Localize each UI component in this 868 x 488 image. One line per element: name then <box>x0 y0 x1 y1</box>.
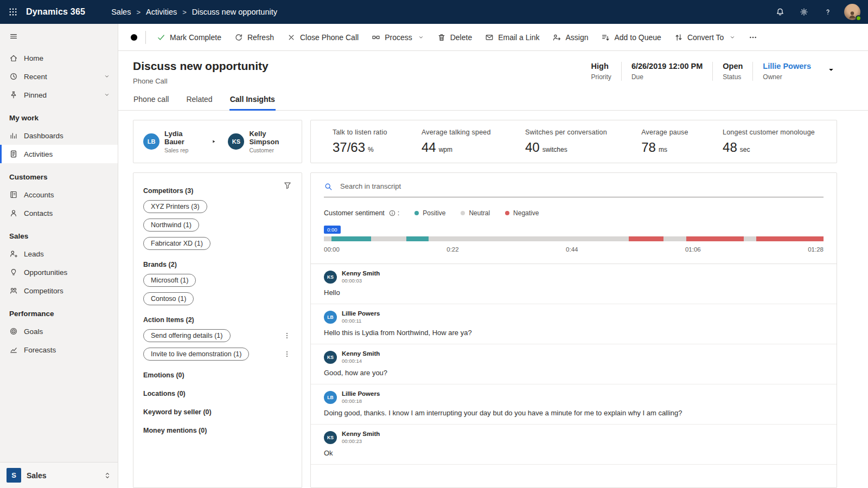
status-field: Open Status <box>712 62 752 81</box>
timeline-tick: 0:44 <box>566 246 578 253</box>
breadcrumb-separator: > <box>182 8 187 16</box>
process-flow-icon[interactable] <box>124 28 144 47</box>
sentiment-legend: Positive Neutral Negative <box>414 209 539 217</box>
kpi-label: Average pause <box>641 129 688 136</box>
chevron-down-icon[interactable] <box>729 34 736 41</box>
chevron-down-icon[interactable] <box>104 73 110 80</box>
bell-icon[interactable] <box>768 0 792 24</box>
transcript-message[interactable]: LB Lillie Powers 00:00:11 Hello this is … <box>311 304 837 344</box>
chevron-down-icon[interactable] <box>418 34 424 41</box>
assign-button[interactable]: Assign <box>546 28 595 47</box>
tab-phone-call[interactable]: Phone call <box>133 95 169 110</box>
sentiment-label: Customer sentiment <box>324 209 385 217</box>
user-avatar[interactable] <box>844 4 860 20</box>
avatar: LB <box>324 311 337 324</box>
sentiment-timeline-bar[interactable] <box>324 236 824 241</box>
message-text: Hello this is Lydia from Northwind, How … <box>324 329 824 337</box>
breadcrumb-item-sales[interactable]: Sales <box>111 8 131 16</box>
sidebar-item-label: Leads <box>24 250 44 258</box>
priority-field: High Priority <box>582 62 621 81</box>
owner-link[interactable]: Lillie Powers <box>763 62 811 70</box>
sidebar-item-opportunities[interactable]: Opportunities <box>0 263 118 281</box>
transcript-message[interactable]: LB Lillie Powers 00:00:18 Doing good, th… <box>311 384 837 425</box>
sidebar-item-leads[interactable]: Leads <box>0 245 118 263</box>
info-icon[interactable] <box>388 209 396 217</box>
competitors-icon <box>9 286 18 295</box>
leads-icon <box>9 249 18 258</box>
transcript-message[interactable]: KS Kenny Smith 00:00:14 Good, how are yo… <box>311 344 837 384</box>
sidebar-item-accounts[interactable]: Accounts <box>0 185 118 204</box>
filter-icon[interactable] <box>280 181 295 190</box>
transcript-message[interactable]: KS Kenny Smith 00:00:23 Ok <box>311 425 837 465</box>
sidebar-item-label: Recent <box>24 73 47 81</box>
conversation-insights-panel: Competitors (3) XYZ Printers (3) Northwi… <box>133 172 302 488</box>
gear-icon[interactable] <box>792 0 816 24</box>
area-label: Sales <box>27 471 47 480</box>
chevron-down-icon[interactable] <box>104 92 110 98</box>
home-icon <box>9 54 18 62</box>
keyword-pill[interactable]: XYZ Printers (3) <box>143 200 207 213</box>
tab-related[interactable]: Related <box>186 95 213 110</box>
positive-dot-icon <box>414 211 419 215</box>
expand-header-chevron-icon[interactable] <box>825 62 837 80</box>
transcript-search <box>324 182 824 197</box>
sidebar-item-competitors[interactable]: Competitors <box>0 281 118 300</box>
check-icon <box>157 33 165 42</box>
convert-icon <box>674 33 683 42</box>
more-commands-button[interactable] <box>742 28 764 47</box>
timeline-tick: 00:00 <box>324 246 340 253</box>
convert-to-button[interactable]: Convert To <box>668 28 742 47</box>
sidebar-item-forecasts[interactable]: Forecasts <box>0 341 118 359</box>
sidebar-item-activities[interactable]: Activities <box>0 145 118 163</box>
top-navigation-bar: Dynamics 365 Sales > Activities > Discus… <box>0 0 868 24</box>
breadcrumb-item-record[interactable]: Discuss new opportunity <box>192 8 277 16</box>
group-title-competitors: Competitors (3) <box>143 187 292 195</box>
hamburger-icon[interactable] <box>0 24 118 49</box>
customer-participant[interactable]: KS Kelly Simpson Customer <box>228 130 292 153</box>
kebab-icon[interactable] <box>282 331 292 341</box>
tab-call-insights[interactable]: Call Insights <box>229 95 276 110</box>
action-item-pill[interactable]: Send offering details (1) <box>143 329 231 342</box>
action-item-pill[interactable]: Invite to live demonstration (1) <box>143 348 249 361</box>
refresh-button[interactable]: Refresh <box>228 28 280 47</box>
area-switcher[interactable]: S Sales <box>0 462 118 488</box>
group-title-brands: Brands (2) <box>143 261 292 268</box>
close-phone-call-button[interactable]: Close Phone Call <box>280 28 365 47</box>
refresh-icon <box>234 33 243 42</box>
sidebar-item-contacts[interactable]: Contacts <box>0 204 118 222</box>
keyword-pill[interactable]: Northwind (1) <box>143 219 199 232</box>
group-title-money-mentions: Money mentions (0) <box>143 427 292 434</box>
contact-icon <box>9 209 18 217</box>
sidebar-item-dashboards[interactable]: Dashboards <box>0 126 118 145</box>
transcript-message[interactable]: KS Kenny Smith 00:00:03 Hello <box>311 264 837 304</box>
goal-icon <box>9 327 18 336</box>
kpi-talk-to-listen: Talk to listen ratio 37/63% <box>333 129 387 155</box>
transcript-messages[interactable]: KS Kenny Smith 00:00:03 Hello LB <box>311 264 837 487</box>
keyword-pill[interactable]: Microsoft (1) <box>143 274 196 287</box>
participant-role: Customer <box>249 147 292 153</box>
email-a-link-button[interactable]: Email a Link <box>478 28 546 47</box>
sidebar-item-home[interactable]: Home <box>0 49 118 67</box>
kpi-unit: % <box>368 146 374 153</box>
participants-card: LB Lydia Bauer Sales rep KS Kelly Simpso… <box>133 120 302 163</box>
sidebar-item-label: Goals <box>24 328 43 336</box>
seller-participant[interactable]: LB Lydia Bauer Sales rep <box>143 130 199 153</box>
search-input[interactable] <box>339 182 824 191</box>
kebab-icon[interactable] <box>282 349 292 359</box>
sidebar-item-recent[interactable]: Recent <box>0 67 118 86</box>
timeline-position-marker[interactable]: 0:00 <box>324 226 341 234</box>
neutral-dot-icon <box>461 211 465 215</box>
keyword-pill[interactable]: Contoso (1) <box>143 292 194 305</box>
sidebar-item-pinned[interactable]: Pinned <box>0 86 118 104</box>
help-icon[interactable] <box>816 0 840 24</box>
mark-complete-button[interactable]: Mark Complete <box>150 28 228 47</box>
add-to-queue-button[interactable]: Add to Queue <box>595 28 667 47</box>
sidebar-item-goals[interactable]: Goals <box>0 322 118 341</box>
breadcrumb: Sales > Activities > Discuss new opportu… <box>111 8 277 16</box>
delete-button[interactable]: Delete <box>431 28 478 47</box>
keyword-pill[interactable]: Fabricator XD (1) <box>143 237 210 250</box>
process-button[interactable]: Process <box>365 28 431 47</box>
avatar: LB <box>143 133 159 150</box>
waffle-icon[interactable] <box>0 0 26 24</box>
breadcrumb-item-activities[interactable]: Activities <box>146 8 177 16</box>
